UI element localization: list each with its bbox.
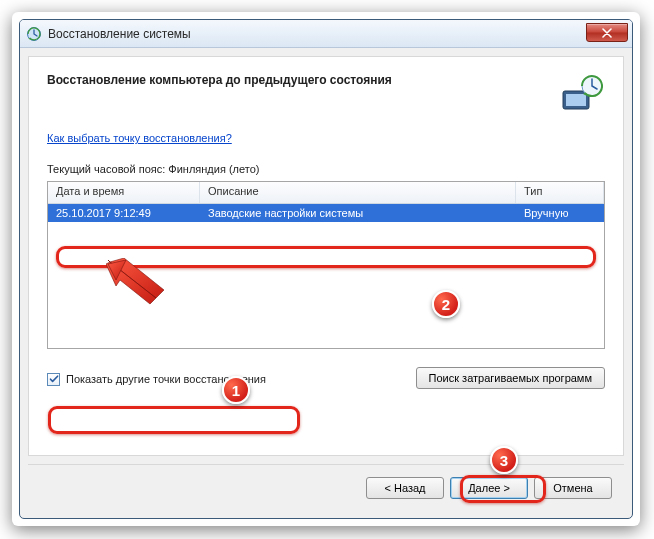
back-button[interactable]: < Назад	[366, 477, 444, 499]
table-header: Дата и время Описание Тип	[48, 182, 604, 204]
cell-date: 25.10.2017 9:12:49	[48, 206, 200, 220]
restore-icon	[26, 26, 42, 42]
wizard-body: Восстановление компьютера до предыдущего…	[28, 56, 624, 456]
cell-desc: Заводские настройки системы	[200, 206, 516, 220]
choose-point-link[interactable]: Как выбрать точку восстановления?	[47, 132, 232, 144]
col-date-header[interactable]: Дата и время	[48, 182, 200, 203]
cell-type: Вручную	[516, 206, 604, 220]
timezone-label: Текущий часовой пояс: Финляндия (лето)	[29, 159, 623, 181]
restore-large-icon	[559, 73, 605, 115]
table-row[interactable]: 25.10.2017 9:12:49 Заводские настройки с…	[48, 204, 604, 222]
close-button[interactable]	[586, 23, 628, 42]
page-title: Восстановление компьютера до предыдущего…	[47, 73, 559, 87]
scan-affected-button[interactable]: Поиск затрагиваемых программ	[416, 367, 605, 389]
system-restore-window: Восстановление системы Восстановление ко…	[19, 19, 633, 519]
show-more-label: Показать другие точки восстановления	[66, 373, 266, 385]
col-desc-header[interactable]: Описание	[200, 182, 516, 203]
next-button[interactable]: Далее >	[450, 477, 528, 499]
svg-rect-2	[566, 94, 586, 106]
cancel-button[interactable]: Отмена	[534, 477, 612, 499]
titlebar: Восстановление системы	[20, 20, 632, 48]
restore-points-table: Дата и время Описание Тип 25.10.2017 9:1…	[47, 181, 605, 349]
show-more-checkbox[interactable]	[47, 373, 60, 386]
col-type-header[interactable]: Тип	[516, 182, 604, 203]
window-title: Восстановление системы	[48, 27, 191, 41]
button-bar: < Назад Далее > Отмена	[28, 464, 624, 510]
